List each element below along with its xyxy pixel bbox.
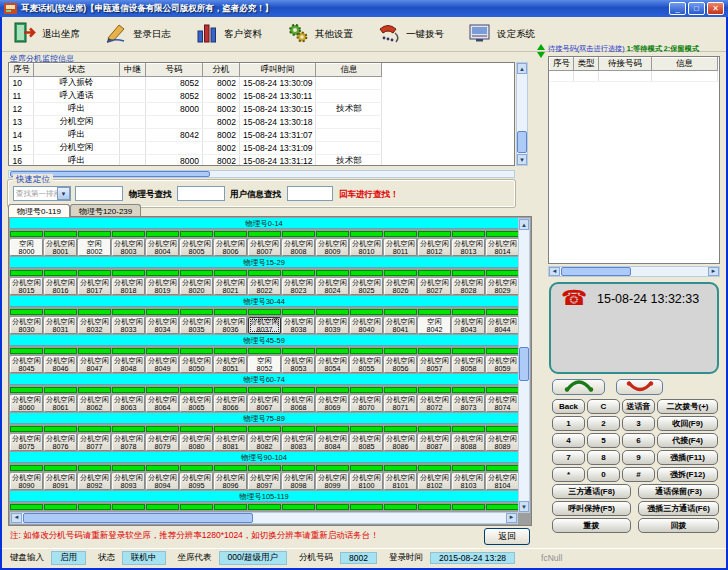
- table-row[interactable]: 10呼入振铃8052800215-08-24 13:30:09: [10, 77, 382, 90]
- table-row[interactable]: 16呼出8000800215-08-24 13:31:12技术部: [10, 155, 382, 167]
- table-row[interactable]: 12呼出8000800215-08-24 13:30:15技术部: [10, 103, 382, 116]
- call-log-col-header[interactable]: 分机: [203, 64, 240, 77]
- extension-button[interactable]: 分机空闲8012: [418, 239, 451, 256]
- table-row[interactable]: 11呼入通话8052800215-08-24 13:30:11: [10, 90, 382, 103]
- extension-button[interactable]: 分机空闲8099: [316, 473, 349, 490]
- extension-button[interactable]: 分机空闲8095: [180, 473, 213, 490]
- extension-button[interactable]: 分机空闲8064: [146, 395, 179, 412]
- extension-button[interactable]: 分机空闲8018: [112, 278, 145, 295]
- dialpad-key[interactable]: 4: [552, 433, 585, 448]
- extension-button[interactable]: 空闲8002: [78, 239, 111, 256]
- extension-button[interactable]: 分机空闲8039: [316, 317, 349, 334]
- toolbar-dial-button[interactable]: 一键拨号: [372, 19, 449, 49]
- dialpad-key[interactable]: 3: [622, 416, 655, 431]
- extension-button[interactable]: 分机空闲8078: [112, 434, 145, 451]
- call-log-col-header[interactable]: 状态: [34, 64, 120, 77]
- extension-button[interactable]: 空闲8000: [10, 239, 43, 256]
- extension-button[interactable]: 分机空闲8100: [350, 473, 383, 490]
- extension-button[interactable]: 分机空闲8082: [248, 434, 281, 451]
- physical-search-input[interactable]: [177, 186, 225, 201]
- extension-button[interactable]: 分机空闲8056: [384, 356, 417, 373]
- extension-button[interactable]: 分机空闲8043: [452, 317, 485, 334]
- extension-button[interactable]: 分机空闲8076: [44, 434, 77, 451]
- scrollbar-thumb[interactable]: [517, 131, 527, 153]
- dialpad-key[interactable]: 三方通话(F8): [552, 484, 631, 499]
- extension-button[interactable]: 分机空闲8019: [146, 278, 179, 295]
- scroll-right-arrow-icon[interactable]: ►: [708, 267, 719, 276]
- extension-button[interactable]: 分机空闲8102: [418, 473, 451, 490]
- extension-button[interactable]: 分机空闲8049: [146, 356, 179, 373]
- dialpad-key[interactable]: #: [622, 467, 655, 482]
- extension-button[interactable]: 分机空闲8004: [146, 239, 179, 256]
- extension-button[interactable]: 分机空闲8062: [78, 395, 111, 412]
- grid-hscrollbar[interactable]: ◄ ►: [10, 512, 518, 524]
- extension-button[interactable]: 分机空闲8020: [180, 278, 213, 295]
- extension-button[interactable]: 分机空闲8013: [452, 239, 485, 256]
- dialpad-key[interactable]: 呼叫保持(F5): [552, 501, 631, 516]
- call-log-table[interactable]: 序号状态中继号码分机呼叫时间信息10呼入振铃8052800215-08-24 1…: [8, 62, 515, 166]
- call-log-col-header[interactable]: 中继: [120, 64, 146, 77]
- answer-button[interactable]: [552, 379, 605, 395]
- extension-button[interactable]: 分机空闲8104: [486, 473, 518, 490]
- extension-button[interactable]: 分机空闲8068: [282, 395, 315, 412]
- extension-button[interactable]: 分机空闲8032: [78, 317, 111, 334]
- scroll-left-arrow-icon[interactable]: ◄: [549, 267, 560, 276]
- dialpad-key[interactable]: 0: [587, 467, 620, 482]
- extension-button[interactable]: 分机空闲8029: [486, 278, 518, 295]
- extension-button[interactable]: 分机空闲8045: [10, 356, 43, 373]
- extension-button[interactable]: 分机空闲8001: [44, 239, 77, 256]
- extension-button[interactable]: 分机空闲8026: [384, 278, 417, 295]
- dialpad-key[interactable]: 强拆(F12): [657, 467, 718, 482]
- extension-button[interactable]: 分机空闲8094: [146, 473, 179, 490]
- maximize-button[interactable]: □: [688, 2, 705, 15]
- extension-button[interactable]: 分机空闲8046: [44, 356, 77, 373]
- extension-button[interactable]: 分机空闲8066: [214, 395, 247, 412]
- scroll-right-arrow-icon[interactable]: ►: [506, 513, 517, 523]
- extension-button[interactable]: 分机空闲8075: [10, 434, 43, 451]
- toolbar-customer-button[interactable]: 客户资料: [190, 19, 267, 49]
- scrollbar-thumb[interactable]: [519, 347, 529, 381]
- extension-button[interactable]: 分机空闲8021: [214, 278, 247, 295]
- dialpad-key[interactable]: 1: [552, 416, 585, 431]
- scroll-up-arrow-icon[interactable]: ▲: [517, 63, 527, 74]
- extension-button[interactable]: 分机空闲8023: [282, 278, 315, 295]
- dialpad-key[interactable]: Back: [552, 399, 585, 414]
- extension-button[interactable]: 分机空闲8031: [44, 317, 77, 334]
- extension-button[interactable]: 分机空闲8057: [418, 356, 451, 373]
- extension-button[interactable]: 分机空闲8048: [112, 356, 145, 373]
- extension-button[interactable]: 分机空闲8011: [384, 239, 417, 256]
- extension-button[interactable]: 分机空闲8073: [452, 395, 485, 412]
- extension-button[interactable]: 分机空闲8063: [112, 395, 145, 412]
- extension-button[interactable]: 分机空闲8069: [316, 395, 349, 412]
- extension-button[interactable]: 分机空闲8067: [248, 395, 281, 412]
- extension-button[interactable]: 分机空闲8036: [214, 317, 247, 334]
- extension-button[interactable]: 分机空闲8017: [78, 278, 111, 295]
- extension-button[interactable]: 分机空闲8070: [350, 395, 383, 412]
- extension-button[interactable]: 分机空闲8058: [452, 356, 485, 373]
- waiting-table-hscrollbar[interactable]: ◄ ►: [548, 266, 720, 277]
- extension-button[interactable]: 分机空闲8081: [214, 434, 247, 451]
- extension-button[interactable]: 分机空闲8061: [44, 395, 77, 412]
- call-log-hscrollbar[interactable]: [8, 170, 515, 178]
- extension-button[interactable]: 分机空闲8053: [282, 356, 315, 373]
- extension-button[interactable]: 分机空闲8015: [10, 278, 43, 295]
- dialpad-key[interactable]: 代接(F4): [657, 433, 718, 448]
- dialpad-key[interactable]: 重拨: [552, 518, 631, 533]
- extension-button[interactable]: 分机空闲8074: [486, 395, 518, 412]
- panel-splitter[interactable]: [534, 42, 547, 542]
- back-button[interactable]: 返回: [484, 528, 530, 545]
- extension-button[interactable]: 分机空闲8007: [248, 239, 281, 256]
- call-log-col-header[interactable]: 序号: [10, 64, 34, 77]
- extension-button[interactable]: 分机空闲8092: [78, 473, 111, 490]
- extension-button[interactable]: 分机空闲8035: [180, 317, 213, 334]
- waiting-col-header[interactable]: 待接号码: [599, 58, 652, 71]
- table-row[interactable]: 14呼出8042800215-08-24 13:31:07: [10, 129, 382, 142]
- extension-button[interactable]: 空闲8042: [418, 317, 451, 334]
- extension-button[interactable]: 分机空闲8033: [112, 317, 145, 334]
- extension-button[interactable]: 分机空闲8085: [350, 434, 383, 451]
- extension-button[interactable]: 分机空闲8040: [350, 317, 383, 334]
- extension-button[interactable]: 分机空闲8028: [452, 278, 485, 295]
- extension-button[interactable]: 分机空闲8030: [10, 317, 43, 334]
- dialpad-key[interactable]: 回拨: [638, 518, 719, 533]
- extension-button[interactable]: 分机空闲8091: [44, 473, 77, 490]
